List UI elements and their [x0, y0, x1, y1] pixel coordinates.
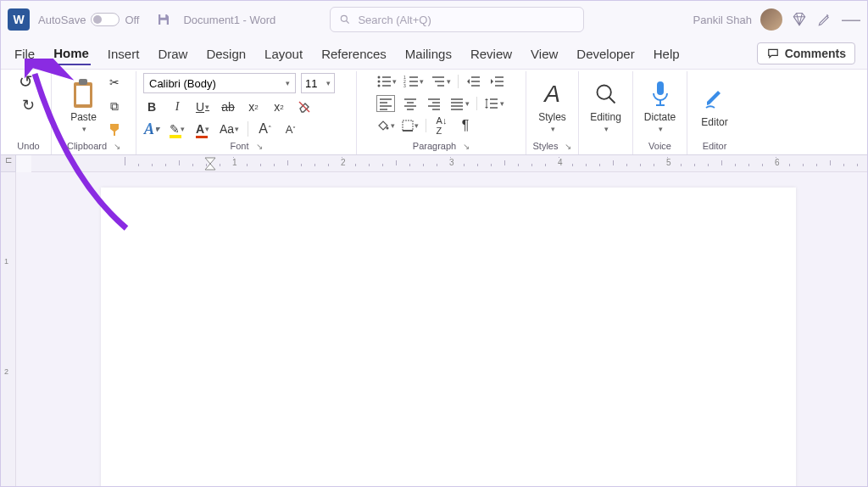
svg-text:3: 3 — [403, 83, 406, 88]
comments-label: Comments — [785, 47, 846, 60]
magnifier-icon — [594, 82, 618, 106]
paste-button[interactable]: Paste ▾ — [65, 76, 103, 137]
dictate-button[interactable]: Dictate▾ — [639, 76, 681, 137]
user-name[interactable]: Pankil Shah — [693, 14, 752, 26]
align-right-button[interactable] — [426, 95, 442, 112]
paintbrush-icon — [108, 122, 121, 137]
clipboard-icon — [70, 77, 97, 111]
shrink-font-button[interactable]: A˅ — [282, 120, 299, 137]
editor-btn-label: Editor — [701, 116, 727, 128]
tab-references[interactable]: References — [320, 43, 388, 64]
save-icon[interactable] — [156, 12, 171, 27]
clear-formatting-button[interactable] — [296, 98, 313, 115]
highlight-button[interactable]: ✎▾ — [169, 120, 186, 137]
tab-draw[interactable]: Draw — [156, 43, 189, 64]
tab-help[interactable]: Help — [652, 43, 682, 64]
align-left-button[interactable] — [376, 95, 395, 112]
group-label-clipboard: Clipboard — [67, 141, 107, 151]
tab-view[interactable]: View — [529, 43, 559, 64]
undo-button[interactable]: ↺▾ — [19, 73, 38, 90]
toggle-icon[interactable] — [91, 13, 120, 26]
svg-point-48 — [387, 127, 389, 130]
tab-review[interactable]: Review — [469, 43, 514, 64]
styles-launcher-icon[interactable]: ↘ — [565, 142, 571, 151]
svg-rect-53 — [657, 81, 664, 95]
svg-point-51 — [597, 86, 610, 99]
justify-button[interactable]: ▾ — [449, 95, 470, 112]
grow-font-button[interactable]: A˄ — [257, 120, 274, 137]
drawing-pen-icon[interactable] — [816, 11, 833, 28]
horizontal-ruler[interactable]: 123456 — [31, 155, 867, 172]
autosave-state: Off — [125, 14, 139, 26]
tab-file[interactable]: File — [13, 43, 36, 64]
tab-layout[interactable]: Layout — [263, 43, 304, 64]
tab-insert[interactable]: Insert — [106, 43, 142, 64]
svg-rect-6 — [79, 79, 87, 85]
group-label-font: Font — [230, 141, 248, 151]
italic-button[interactable]: I — [169, 98, 186, 115]
text-effects-button[interactable]: A▾ — [143, 120, 160, 137]
font-name-select[interactable]: Calibri (Body)▾ — [143, 73, 296, 93]
document-page[interactable] — [101, 188, 796, 487]
document-area: 1 2 — [1, 172, 867, 486]
sort-button[interactable]: A↓Z — [433, 117, 450, 134]
user-avatar-icon[interactable] — [760, 8, 782, 31]
editing-button[interactable]: Editing▾ — [585, 76, 626, 137]
tab-design[interactable]: Design — [204, 43, 248, 64]
underline-button[interactable]: U▾ — [194, 98, 211, 115]
eraser-icon — [298, 100, 311, 114]
group-label-voice: Voice — [648, 139, 671, 153]
comment-icon — [766, 48, 780, 59]
group-label-undo: Undo — [17, 139, 39, 153]
bullets-button[interactable]: ▾ — [376, 73, 397, 90]
change-case-button[interactable]: Aa▾ — [220, 120, 239, 137]
cut-button[interactable]: ✂ — [106, 74, 123, 91]
superscript-button[interactable]: x2 — [270, 98, 287, 115]
font-size-select[interactable]: 11▾ — [301, 73, 335, 93]
clipboard-launcher-icon[interactable]: ↘ — [114, 142, 120, 151]
search-box[interactable]: Search (Alt+Q) — [330, 7, 584, 32]
styles-btn-label: Styles — [538, 111, 566, 123]
group-label-styles: Styles — [533, 141, 559, 151]
autosave-label: AutoSave — [38, 14, 86, 26]
numbering-button[interactable]: 123▾ — [403, 73, 424, 90]
shading-button[interactable]: ▾ — [376, 117, 395, 134]
editor-button[interactable]: Editor — [696, 81, 732, 132]
bold-button[interactable]: B — [143, 98, 160, 115]
comments-button[interactable]: Comments — [757, 42, 855, 64]
dictate-btn-label: Dictate — [644, 111, 676, 123]
format-painter-button[interactable] — [106, 121, 123, 138]
autosave-toggle[interactable]: AutoSave Off — [38, 13, 139, 26]
copy-button[interactable]: ⧉ — [106, 98, 123, 115]
premium-diamond-icon[interactable] — [791, 11, 808, 28]
titlebar: W AutoSave Off Document1 - Word Search (… — [1, 1, 867, 38]
svg-rect-5 — [76, 86, 90, 104]
minimize-button[interactable]: — — [842, 15, 860, 24]
svg-line-52 — [609, 98, 615, 104]
tab-developer[interactable]: Developer — [575, 43, 636, 64]
show-paragraph-marks-button[interactable]: ¶ — [457, 117, 474, 134]
svg-point-7 — [378, 76, 381, 79]
decrease-indent-button[interactable] — [465, 73, 482, 90]
font-color-button[interactable]: A▾ — [194, 120, 211, 137]
multilevel-list-button[interactable]: ▾ — [431, 73, 451, 90]
line-spacing-button[interactable]: ▾ — [484, 95, 504, 112]
svg-point-9 — [378, 81, 381, 83]
tab-mailings[interactable]: Mailings — [403, 43, 453, 64]
microphone-icon — [649, 80, 671, 109]
redo-button[interactable]: ↻ — [20, 97, 37, 114]
document-title: Document1 - Word — [183, 14, 275, 26]
increase-indent-button[interactable] — [489, 73, 506, 90]
subscript-button[interactable]: x2 — [245, 98, 262, 115]
paragraph-launcher-icon[interactable]: ↘ — [463, 142, 470, 151]
borders-button[interactable]: ▾ — [402, 117, 419, 134]
svg-line-3 — [347, 21, 349, 24]
strikethrough-button[interactable]: ab — [220, 98, 236, 115]
vertical-ruler[interactable]: 1 2 — [1, 172, 16, 486]
svg-rect-1 — [161, 20, 168, 25]
svg-rect-0 — [161, 14, 166, 18]
align-center-button[interactable] — [402, 95, 419, 112]
font-launcher-icon[interactable]: ↘ — [256, 142, 263, 151]
styles-button[interactable]: A Styles▾ — [533, 76, 571, 137]
tab-home[interactable]: Home — [52, 42, 91, 65]
